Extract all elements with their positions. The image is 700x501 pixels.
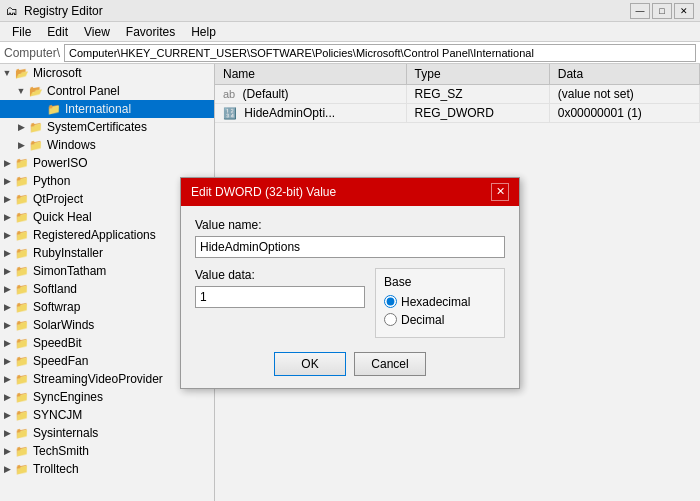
ok-button[interactable]: OK (274, 352, 346, 376)
dialog-title: Edit DWORD (32-bit) Value (191, 185, 336, 199)
app-icon: 🗂 (6, 4, 20, 18)
dialog-buttons: OK Cancel (195, 352, 505, 376)
address-bar: Computer\ (0, 42, 700, 64)
radio-hexadecimal[interactable] (384, 295, 397, 308)
dialog-close-button[interactable]: ✕ (491, 183, 509, 201)
maximize-button[interactable]: □ (652, 3, 672, 19)
menu-bar: File Edit View Favorites Help (0, 22, 700, 42)
base-label: Base (384, 275, 496, 289)
edit-dword-dialog: Edit DWORD (32-bit) Value ✕ Value name: … (180, 177, 520, 389)
cancel-button[interactable]: Cancel (354, 352, 426, 376)
address-input[interactable] (64, 44, 696, 62)
title-bar-controls: — □ ✕ (630, 3, 694, 19)
dialog-body: Value name: Value data: Base Hexadecimal… (181, 206, 519, 388)
radio-row-hex: Hexadecimal (384, 295, 496, 309)
radio-row-dec: Decimal (384, 313, 496, 327)
data-section: Value data: (195, 268, 365, 308)
menu-favorites[interactable]: Favorites (118, 23, 183, 41)
dialog-overlay: Edit DWORD (32-bit) Value ✕ Value name: … (0, 64, 700, 501)
value-data-input[interactable] (195, 286, 365, 308)
menu-view[interactable]: View (76, 23, 118, 41)
minimize-button[interactable]: — (630, 3, 650, 19)
close-button[interactable]: ✕ (674, 3, 694, 19)
value-name-label: Value name: (195, 218, 505, 232)
menu-edit[interactable]: Edit (39, 23, 76, 41)
menu-help[interactable]: Help (183, 23, 224, 41)
title-bar: 🗂 Registry Editor — □ ✕ (0, 0, 700, 22)
radio-decimal[interactable] (384, 313, 397, 326)
radio-hex-label: Hexadecimal (401, 295, 470, 309)
radio-dec-label: Decimal (401, 313, 444, 327)
dialog-data-row: Value data: Base Hexadecimal Decimal (195, 268, 505, 338)
dialog-title-bar: Edit DWORD (32-bit) Value ✕ (181, 178, 519, 206)
menu-file[interactable]: File (4, 23, 39, 41)
window-title: Registry Editor (24, 4, 103, 18)
value-data-label: Value data: (195, 268, 365, 282)
base-section: Base Hexadecimal Decimal (375, 268, 505, 338)
value-name-input[interactable] (195, 236, 505, 258)
address-label: Computer\ (4, 46, 60, 60)
